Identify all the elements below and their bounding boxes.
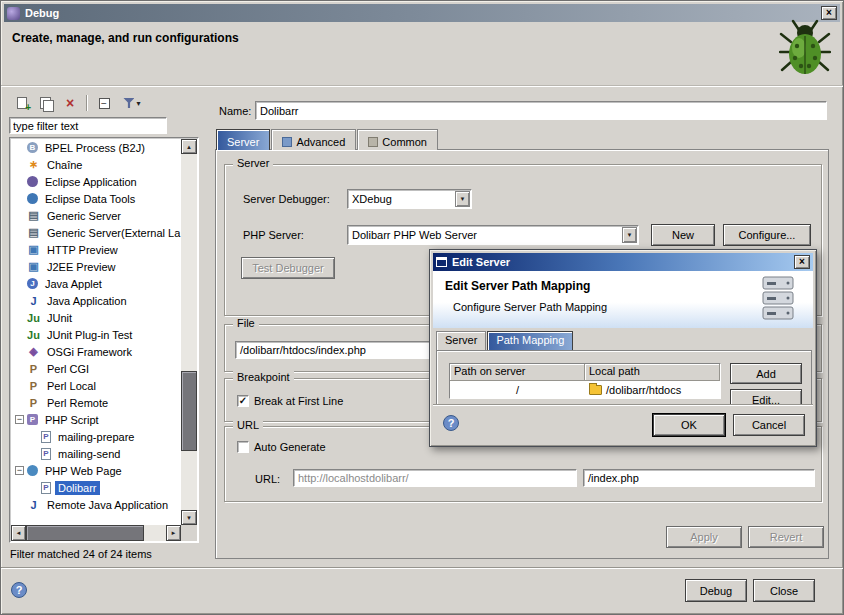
new-configuration-button[interactable]	[11, 93, 33, 113]
generic-server-external-icon: ▤	[27, 226, 40, 239]
dropdown-arrow-icon[interactable]: ▼	[455, 191, 470, 207]
modal-help-icon[interactable]: ?	[443, 415, 459, 431]
url-base-input[interactable]: http://localhostdolibarr/	[293, 469, 577, 487]
tab-common[interactable]: Common	[357, 129, 438, 150]
tree-item-generic-server[interactable]: ▤Generic Server	[11, 207, 181, 224]
modal-title: Edit Server	[452, 256, 794, 268]
tab-path-mapping[interactable]: Path Mapping	[487, 331, 573, 350]
php-script-icon: P	[27, 414, 38, 425]
dropdown-arrow-icon[interactable]: ▼	[622, 227, 637, 243]
tree-item-java-applet[interactable]: JJava Applet	[11, 275, 181, 292]
ok-button[interactable]: OK	[653, 414, 725, 436]
tree-item-label: J2EE Preview	[44, 260, 118, 274]
scroll-down-icon[interactable]: ▼	[181, 510, 197, 525]
url-path-input[interactable]: /index.php	[583, 469, 815, 487]
tree-item-osgi-framework[interactable]: ◈OSGi Framework	[11, 343, 181, 360]
tree-item-junit[interactable]: JuJUnit	[11, 309, 181, 326]
tree-item-cha-ne[interactable]: ∗Chaîne	[11, 156, 181, 173]
auto-generate-checkbox[interactable]	[237, 441, 249, 453]
duplicate-configuration-button[interactable]	[35, 93, 57, 113]
server-debugger-label: Server Debugger:	[243, 193, 330, 205]
tree-item-perl-local[interactable]: PPerl Local	[11, 377, 181, 394]
tree-item-generic-server-external-la[interactable]: ▤Generic Server(External La	[11, 224, 181, 241]
tree-item-eclipse-data-tools[interactable]: Eclipse Data Tools	[11, 190, 181, 207]
tree-item-dolibarr[interactable]: PDolibarr	[11, 479, 181, 496]
tree-item-label: Java Applet	[42, 277, 105, 291]
configure-button[interactable]: Configure...	[723, 224, 811, 246]
path-mapping-panel: Path on server Local path //dolibarr/htd…	[436, 350, 812, 406]
filter-menu-button[interactable]: ▾	[117, 93, 147, 113]
tree-item-j2ee-preview[interactable]: ▣J2EE Preview	[11, 258, 181, 275]
new-server-button[interactable]: New	[651, 224, 715, 246]
scroll-up-icon[interactable]: ▲	[181, 139, 197, 154]
tree-item-php-script[interactable]: −PPHP Script	[11, 411, 181, 428]
dropdown-arrow-icon: ▾	[136, 99, 140, 108]
delete-configuration-button[interactable]: ×	[59, 93, 81, 113]
server-image	[757, 275, 801, 323]
vertical-scrollbar[interactable]: ▲ ▼	[181, 139, 197, 525]
tree-item-mailing-send[interactable]: Pmailing-send	[11, 445, 181, 462]
expander-spacer	[15, 228, 24, 237]
expander-spacer	[15, 313, 24, 322]
php-server-label: PHP Server:	[243, 229, 304, 241]
tree-item-eclipse-application[interactable]: Eclipse Application	[11, 173, 181, 190]
title-bar[interactable]: Debug ×	[4, 4, 840, 22]
tab-advanced[interactable]: Advanced	[271, 129, 356, 150]
tab-common-label: Common	[382, 136, 427, 148]
modal-close-icon[interactable]: ×	[794, 255, 810, 269]
tree-item-label: BPEL Process (B2J)	[42, 141, 148, 155]
name-input[interactable]	[255, 101, 827, 120]
tab-server[interactable]: Server	[216, 129, 270, 150]
tree-item-java-application[interactable]: JJava Application	[11, 292, 181, 309]
help-icon[interactable]: ?	[11, 582, 27, 598]
tree-item-label: Eclipse Application	[42, 175, 140, 189]
server-debugger-select[interactable]: XDebug ▼	[347, 189, 472, 209]
php-server-select[interactable]: Dolibarr PHP Web Server ▼	[347, 225, 639, 245]
filter-input[interactable]	[9, 117, 167, 134]
break-first-line-row: Break at First Line	[237, 395, 343, 407]
tree-item-php-web-page[interactable]: −PHP Web Page	[11, 462, 181, 479]
auto-generate-label: Auto Generate	[254, 441, 326, 453]
tree-item-label: Perl Local	[44, 379, 99, 393]
tree-item-mailing-prepare[interactable]: Pmailing-prepare	[11, 428, 181, 445]
path-on-server-header[interactable]: Path on server	[450, 364, 585, 381]
tree-item-perl-cgi[interactable]: PPerl CGI	[11, 360, 181, 377]
debug-button[interactable]: Debug	[685, 579, 747, 602]
collapse-expander-icon[interactable]: −	[15, 466, 24, 475]
collapse-expander-icon[interactable]: −	[15, 415, 24, 424]
eclipse-application-icon	[27, 176, 38, 187]
server-debugger-value: XDebug	[352, 193, 392, 205]
tree-item-http-preview[interactable]: ▣HTTP Preview	[11, 241, 181, 258]
tree-item-perl-remote[interactable]: PPerl Remote	[11, 394, 181, 411]
scroll-right-icon[interactable]: ►	[166, 525, 181, 541]
collapse-all-button[interactable]: −	[93, 93, 115, 113]
scroll-left-icon[interactable]: ◄	[11, 525, 26, 541]
tree-item-remote-java-application[interactable]: JRemote Java Application	[11, 496, 181, 513]
mapping-row[interactable]: //dolibarr/htdocs	[450, 381, 720, 398]
modal-header: Edit Server Path Mapping Configure Serve…	[433, 271, 813, 328]
horizontal-scrollbar[interactable]: ◄ ►	[11, 525, 181, 541]
horizontal-scroll-thumb[interactable]	[26, 525, 144, 541]
tree-item-label: mailing-prepare	[55, 430, 137, 444]
modal-subheading: Configure Server Path Mapping	[453, 301, 607, 313]
expander-spacer	[15, 143, 24, 152]
collapse-all-icon: −	[99, 98, 110, 109]
auto-generate-row: Auto Generate	[237, 441, 326, 453]
vertical-scroll-thumb[interactable]	[181, 371, 197, 451]
osgi-framework-icon: ◈	[27, 345, 40, 358]
add-button[interactable]: Add	[730, 363, 802, 384]
tree-item-bpel-process-b2j[interactable]: BBPEL Process (B2J)	[11, 139, 181, 156]
expander-spacer	[29, 449, 38, 458]
break-first-line-checkbox[interactable]	[237, 395, 249, 407]
tree-item-label: JUnit	[44, 311, 75, 325]
tree-item-junit-plug-in-test[interactable]: JuJUnit Plug-in Test	[11, 326, 181, 343]
bug-image	[779, 18, 831, 76]
close-button[interactable]: Close	[753, 579, 815, 602]
local-path-header[interactable]: Local path	[585, 364, 720, 381]
tree-item-label: Java Application	[44, 294, 130, 308]
tab-server-modal[interactable]: Server	[436, 331, 486, 350]
header-separator	[1, 85, 843, 87]
cancel-button[interactable]: Cancel	[733, 414, 805, 436]
perl-local-icon: P	[27, 380, 40, 392]
modal-title-bar[interactable]: Edit Server ×	[433, 253, 813, 271]
